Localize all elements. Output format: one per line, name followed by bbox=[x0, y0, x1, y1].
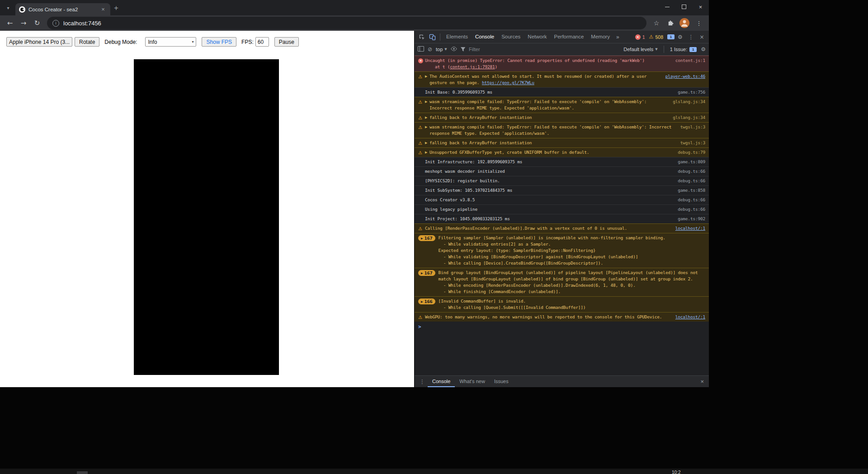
devtools-menu-icon[interactable]: ⋮ bbox=[686, 32, 696, 42]
drawer-tab-what-s-new[interactable]: What's new bbox=[455, 376, 490, 387]
expand-triangle-icon[interactable]: ▶ bbox=[425, 140, 429, 146]
source-location-link[interactable]: localhost/:1 bbox=[669, 225, 705, 232]
console-settings-icon[interactable]: ⚙ bbox=[701, 47, 706, 52]
preview-controls: Apple iPhone 14 Pro (3... Rotate Debug M… bbox=[6, 37, 299, 47]
extensions-icon[interactable] bbox=[664, 17, 676, 29]
url-text: localhost:7456 bbox=[63, 20, 101, 27]
devtools-tab-network[interactable]: Network bbox=[524, 31, 550, 43]
console-message: Init SubSystem: 105.197021484375 msgame.… bbox=[415, 185, 709, 195]
source-location-link[interactable]: game.ts:756 bbox=[671, 89, 705, 95]
source-location-link[interactable]: debug.ts:66 bbox=[671, 206, 705, 213]
message-indent bbox=[418, 206, 425, 207]
profile-avatar[interactable] bbox=[679, 18, 689, 28]
repeat-count-badge[interactable]: ▶167 bbox=[418, 270, 435, 276]
show-fps-button[interactable]: Show FPS bbox=[202, 37, 236, 47]
context-selector[interactable]: top ▼ bbox=[436, 47, 447, 52]
console-message: ⚠▶falling back to ArrayBuffer instantiat… bbox=[415, 138, 709, 147]
source-location-link[interactable]: game.ts:902 bbox=[671, 216, 705, 222]
browser-tab[interactable]: Cocos Creator - sea2 × bbox=[15, 3, 110, 15]
new-tab-button[interactable]: + bbox=[114, 4, 118, 12]
console-toolbar: ⊘ top ▼ Default levels ▼ bbox=[415, 43, 709, 56]
log-levels-select[interactable]: Default levels ▼ bbox=[623, 47, 657, 52]
window-restore-button[interactable] bbox=[675, 0, 692, 14]
forward-button[interactable]: → bbox=[17, 17, 30, 29]
device-toolbar-icon[interactable] bbox=[427, 32, 438, 42]
game-canvas[interactable] bbox=[134, 59, 279, 375]
clear-console-icon[interactable]: ⊘ bbox=[428, 47, 432, 52]
message-text: [PHYSICS2D]: register builtin. bbox=[425, 178, 500, 184]
reload-button[interactable]: ↻ bbox=[31, 17, 43, 29]
source-location-link[interactable]: glslang.js:34 bbox=[666, 114, 705, 121]
taskbar: 10:2 bbox=[0, 469, 868, 474]
error-icon: × bbox=[418, 58, 423, 63]
devtools-tab-console[interactable]: Console bbox=[472, 31, 498, 43]
log-levels-value: Default levels bbox=[623, 47, 653, 52]
message-indent bbox=[418, 168, 425, 169]
expand-triangle-icon[interactable]: ▶ bbox=[425, 149, 429, 156]
drawer-tab-issues[interactable]: Issues bbox=[490, 376, 513, 387]
message-text: Uncaught (in promise) TypeError: Cannot … bbox=[425, 57, 645, 70]
issues-count-badge[interactable]: 1 bbox=[667, 34, 675, 39]
device-select[interactable]: Apple iPhone 14 Pro (3... bbox=[6, 37, 72, 47]
window-close-button[interactable]: × bbox=[692, 0, 709, 14]
expand-triangle-icon[interactable]: ▶ bbox=[425, 124, 429, 130]
bookmark-star-icon[interactable]: ☆ bbox=[650, 17, 663, 29]
window-minimize-button[interactable] bbox=[659, 0, 675, 14]
browser-menu-icon[interactable]: ⋮ bbox=[693, 17, 705, 29]
source-location-link[interactable]: debug.ts:66 bbox=[671, 168, 705, 175]
live-expression-icon[interactable] bbox=[451, 47, 457, 52]
message-indent bbox=[418, 197, 425, 197]
pause-button[interactable]: Pause bbox=[274, 37, 299, 47]
source-location-link[interactable]: debug.ts:66 bbox=[671, 178, 705, 184]
filter-funnel-icon bbox=[461, 47, 465, 52]
source-location-link[interactable]: debug.ts:79 bbox=[671, 149, 705, 156]
source-location-link[interactable]: twgsl.js:3 bbox=[674, 140, 705, 146]
console-message: ⚠Calling [RenderPassEncoder (unlabeled)]… bbox=[415, 223, 709, 233]
devtools-tab-sources[interactable]: Sources bbox=[498, 31, 524, 43]
filter-input[interactable] bbox=[468, 46, 620, 52]
source-location-link[interactable]: content.js:1 bbox=[669, 57, 705, 64]
console-link[interactable]: https://goo.gl/7K7WLu bbox=[482, 80, 534, 85]
source-location-link[interactable]: localhost/:1 bbox=[669, 314, 705, 320]
taskbar-clock: 10:2 bbox=[672, 470, 680, 474]
back-button[interactable]: ← bbox=[4, 17, 16, 29]
source-location-link[interactable]: glslang.js:34 bbox=[666, 99, 705, 105]
devtools-tab-memory[interactable]: Memory bbox=[587, 31, 613, 43]
source-location-link[interactable]: twgsl.js:3 bbox=[674, 124, 705, 130]
devtools-tab-performance[interactable]: Performance bbox=[551, 31, 588, 43]
inspect-element-icon[interactable] bbox=[416, 32, 427, 42]
source-location-link[interactable]: player-web.ts:46 bbox=[659, 73, 705, 80]
drawer-items: ConsoleWhat's newIssues bbox=[428, 376, 513, 387]
rotate-button[interactable]: Rotate bbox=[75, 37, 99, 47]
console-sidebar-icon[interactable] bbox=[418, 46, 424, 52]
expand-triangle-icon[interactable]: ▶ bbox=[425, 114, 429, 121]
expand-triangle-icon[interactable]: ▶ bbox=[425, 99, 429, 105]
drawer-menu-icon[interactable]: ⋮ bbox=[418, 379, 427, 385]
tab-close-icon[interactable]: × bbox=[99, 6, 107, 13]
debug-mode-select[interactable]: Info ▾ bbox=[145, 37, 196, 47]
devtools-tab-elements[interactable]: Elements bbox=[443, 31, 472, 43]
repeat-count-badge[interactable]: ▶166 bbox=[418, 299, 435, 304]
site-info-icon[interactable]: i bbox=[52, 20, 59, 27]
fps-input[interactable] bbox=[255, 37, 269, 47]
error-count-badge[interactable]: × 1 bbox=[635, 34, 645, 40]
source-location-link[interactable]: game.ts:858 bbox=[671, 187, 705, 194]
drawer-close-icon[interactable]: × bbox=[698, 378, 706, 385]
devtools-close-icon[interactable]: × bbox=[697, 32, 707, 42]
devtools-settings-icon[interactable]: ⚙ bbox=[675, 32, 685, 42]
warning-count-badge[interactable]: ⚠ 508 bbox=[649, 34, 663, 40]
devtools-panel: ElementsConsoleSourcesNetworkPerformance… bbox=[414, 31, 709, 387]
source-location-link[interactable]: game.ts:809 bbox=[671, 159, 705, 165]
issues-link[interactable]: 1 Issue: 1 bbox=[670, 47, 697, 52]
address-bar[interactable]: i localhost:7456 bbox=[47, 17, 646, 29]
taskbar-item[interactable] bbox=[77, 471, 88, 474]
drawer-tab-console[interactable]: Console bbox=[428, 376, 455, 387]
expand-triangle-icon[interactable]: ▶ bbox=[425, 73, 429, 80]
console-link[interactable]: content.js:1:79281 bbox=[450, 64, 495, 69]
console-filter[interactable] bbox=[461, 46, 620, 52]
console-prompt[interactable]: > bbox=[415, 322, 709, 332]
source-location-link[interactable]: debug.ts:66 bbox=[671, 197, 705, 203]
repeat-count-badge[interactable]: ▶167 bbox=[418, 235, 435, 241]
tab-search-icon[interactable]: ▾ bbox=[3, 2, 14, 13]
more-tabs-icon[interactable]: » bbox=[614, 34, 622, 40]
